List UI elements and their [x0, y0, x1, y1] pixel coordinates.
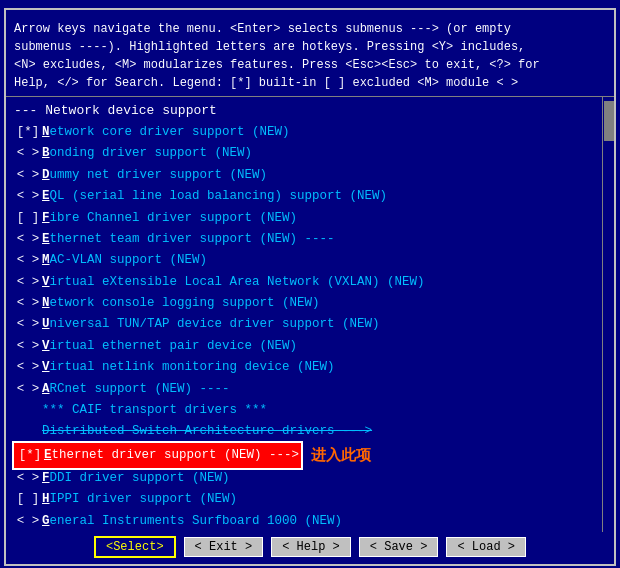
list-item[interactable]: < >EQL (serial line load balancing) supp…: [14, 186, 594, 207]
menu-item-ethernet[interactable]: [*]Ethernet driver support (NEW) --->: [14, 443, 301, 468]
item-bracket: < >: [14, 358, 42, 377]
list-item[interactable]: < >Dummy net driver support (NEW): [14, 165, 594, 186]
main-panel: Arrow keys navigate the menu. <Enter> se…: [4, 8, 616, 566]
nav-button[interactable]: < Save >: [359, 537, 439, 557]
item-label: Virtual netlink monitoring device (NEW): [42, 358, 335, 377]
list-item[interactable]: < >FDDI driver support (NEW): [14, 468, 594, 489]
item-bracket: [*]: [14, 123, 42, 142]
item-bracket: < >: [14, 380, 42, 399]
item-label: General Instruments Surfboard 1000 (NEW): [42, 512, 342, 531]
item-label: EQL (serial line load balancing) support…: [42, 187, 387, 206]
item-bracket: < >: [14, 469, 42, 488]
nav-button[interactable]: < Exit >: [184, 537, 264, 557]
item-label: Virtual ethernet pair device (NEW): [42, 337, 297, 356]
item-bracket: [ ]: [14, 490, 42, 509]
app-container: Arrow keys navigate the menu. <Enter> se…: [0, 0, 620, 568]
nav-button[interactable]: < Help >: [271, 537, 351, 557]
list-item[interactable]: < >Network console logging support (NEW): [14, 293, 594, 314]
item-label: Network core driver support (NEW): [42, 123, 290, 142]
scrollbar[interactable]: [602, 97, 614, 532]
list-item[interactable]: Distributed Switch Architecture drivers …: [14, 421, 594, 442]
item-label: Dummy net driver support (NEW): [42, 166, 267, 185]
selected-item-row: [*]Ethernet driver support (NEW) --->进入此…: [14, 443, 594, 468]
list-item[interactable]: < >Virtual eXtensible Local Area Network…: [14, 272, 594, 293]
item-bracket: < >: [14, 315, 42, 334]
item-label: *** CAIF transport drivers ***: [42, 401, 267, 420]
item-bracket: < >: [14, 512, 42, 531]
item-bracket: < >: [14, 273, 42, 292]
item-bracket: < >: [14, 337, 42, 356]
nav-button[interactable]: < Load >: [446, 537, 526, 557]
item-label: HIPPI driver support (NEW): [42, 490, 237, 509]
item-label: Distributed Switch Architecture drivers …: [42, 422, 372, 441]
item-label: Ethernet driver support (NEW) --->: [44, 446, 299, 465]
item-bracket: < >: [14, 230, 42, 249]
content-row: --- Network device support[*]Network cor…: [6, 97, 614, 532]
nav-button[interactable]: <Select>: [94, 536, 176, 558]
item-bracket: < >: [14, 251, 42, 270]
item-label: Virtual eXtensible Local Area Network (V…: [42, 273, 425, 292]
item-label: Bonding driver support (NEW): [42, 144, 252, 163]
item-bracket: < >: [14, 144, 42, 163]
item-label: FDDI driver support (NEW): [42, 469, 230, 488]
item-label: Network console logging support (NEW): [42, 294, 320, 313]
help-text: Arrow keys navigate the menu. <Enter> se…: [6, 16, 614, 97]
list-item[interactable]: < >Ethernet team driver support (NEW) --…: [14, 229, 594, 250]
item-bracket: < >: [14, 294, 42, 313]
list-item[interactable]: < >General Instruments Surfboard 1000 (N…: [14, 511, 594, 532]
list-item[interactable]: [*]Network core driver support (NEW): [14, 122, 594, 143]
list-item[interactable]: < >MAC-VLAN support (NEW): [14, 250, 594, 271]
item-bracket: [ ]: [14, 209, 42, 228]
menu-section-header: --- Network device support: [14, 103, 594, 118]
menu-area[interactable]: --- Network device support[*]Network cor…: [6, 97, 602, 532]
list-item[interactable]: *** CAIF transport drivers ***: [14, 400, 594, 421]
item-label: Universal TUN/TAP device driver support …: [42, 315, 380, 334]
list-item[interactable]: < >ARCnet support (NEW) ----: [14, 379, 594, 400]
item-label: ARCnet support (NEW) ----: [42, 380, 230, 399]
scrollbar-thumb[interactable]: [604, 101, 614, 141]
list-item[interactable]: < >Bonding driver support (NEW): [14, 143, 594, 164]
item-bracket: < >: [14, 187, 42, 206]
item-bracket: [*]: [16, 446, 44, 465]
list-item[interactable]: < >Virtual ethernet pair device (NEW): [14, 336, 594, 357]
list-item[interactable]: [ ]Fibre Channel driver support (NEW): [14, 208, 594, 229]
item-label: Ethernet team driver support (NEW) ----: [42, 230, 335, 249]
breadcrumb: [0, 4, 620, 6]
annotation-text: 进入此项: [311, 446, 371, 465]
list-item[interactable]: [ ]HIPPI driver support (NEW): [14, 489, 594, 510]
item-label: MAC-VLAN support (NEW): [42, 251, 207, 270]
bottom-nav: <Select>< Exit >< Help >< Save >< Load >: [6, 532, 614, 564]
item-label: Fibre Channel driver support (NEW): [42, 209, 297, 228]
item-bracket: < >: [14, 166, 42, 185]
list-item[interactable]: < >Virtual netlink monitoring device (NE…: [14, 357, 594, 378]
list-item[interactable]: < >Universal TUN/TAP device driver suppo…: [14, 314, 594, 335]
